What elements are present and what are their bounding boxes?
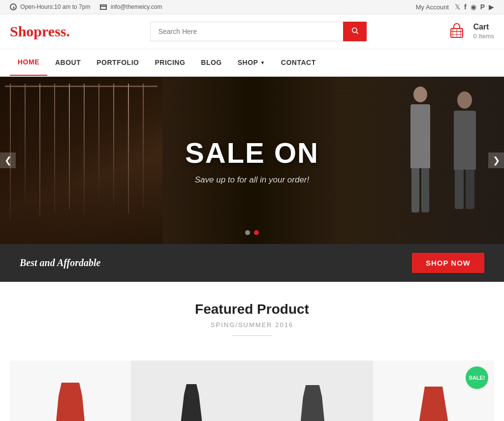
facebook-icon[interactable]: f <box>464 3 467 11</box>
featured-section: Featured Product SPING/SUMMER 2016 <box>0 282 504 361</box>
search-icon <box>351 27 359 34</box>
logo-text: Shopress <box>10 23 66 39</box>
hero-slider: SALE ON Save up to for all in your order… <box>0 77 504 244</box>
dress-shape-3 <box>299 385 326 421</box>
my-account-link[interactable]: My Account <box>416 3 449 11</box>
cart-icon <box>447 22 467 41</box>
hero-subtitle: Save up to for all in your order! <box>185 175 319 185</box>
product-image-2 <box>131 361 252 421</box>
search-bar <box>150 22 367 41</box>
email-icon <box>100 4 107 10</box>
email-info: info@themeicy.com <box>100 3 162 10</box>
logo-dot: . <box>66 23 70 39</box>
product-shape-3 <box>299 385 326 421</box>
product-shape-1 <box>56 383 85 421</box>
social-icons: 𝕏 f ◉ P ▶ <box>455 3 494 11</box>
svg-line-1 <box>356 32 358 33</box>
dress-shape-2 <box>179 384 204 421</box>
hero-dot-1[interactable] <box>245 230 250 235</box>
nav-item-pricing[interactable]: PRICING <box>147 50 193 75</box>
open-hours: Open-Hours:10 am to 7pm <box>10 3 90 11</box>
product-card-2 <box>131 361 252 421</box>
youtube-icon[interactable]: ▶ <box>489 3 494 11</box>
product-card-3 <box>252 361 373 421</box>
sale-badge: SALE! <box>466 366 488 389</box>
cart-count: 0 Items <box>473 32 494 41</box>
product-shape-4 <box>419 387 448 421</box>
featured-divider <box>232 335 272 336</box>
banner-strip: Best and Affordable Shop Now <box>0 244 504 282</box>
hero-next-arrow[interactable]: ❯ <box>488 152 504 168</box>
nav-item-home[interactable]: HOME <box>10 49 47 76</box>
product-shape-2 <box>179 384 204 421</box>
chevron-down-icon: ▼ <box>260 60 265 65</box>
pinterest-icon[interactable]: P <box>480 3 485 11</box>
hero-content: SALE ON Save up to for all in your order… <box>185 136 319 185</box>
banner-text: Best and Affordable <box>20 257 100 269</box>
products-grid: SALE! <box>0 361 504 421</box>
cart-text: Cart 0 Items <box>473 22 494 41</box>
hero-background: SALE ON Save up to for all in your order… <box>0 77 504 244</box>
shop-now-button[interactable]: Shop Now <box>412 253 484 273</box>
hero-prev-arrow[interactable]: ❮ <box>0 152 16 168</box>
cart-area: Cart 0 Items <box>446 21 494 42</box>
hero-title: SALE ON <box>185 136 319 169</box>
top-bar-left: Open-Hours:10 am to 7pm info@themeicy.co… <box>10 3 162 11</box>
svg-point-0 <box>352 28 356 32</box>
dress-shape-1 <box>56 383 85 421</box>
nav-item-portfolio[interactable]: PORTFOLIO <box>89 50 147 75</box>
product-card-4: SALE! <box>373 361 494 421</box>
instagram-icon[interactable]: ◉ <box>471 3 476 11</box>
clock-hand <box>13 6 14 9</box>
clock-icon <box>10 3 17 10</box>
product-image-3 <box>252 361 373 421</box>
nav-item-about[interactable]: ABOUT <box>47 50 89 75</box>
search-button[interactable] <box>343 22 367 41</box>
top-bar: Open-Hours:10 am to 7pm info@themeicy.co… <box>0 0 504 14</box>
dress-shape-4 <box>419 387 448 421</box>
search-input[interactable] <box>150 22 343 41</box>
main-nav: HOME ABOUT PORTFOLIO PRICING BLOG SHOP ▼… <box>0 49 504 77</box>
featured-title: Featured Product <box>10 301 494 317</box>
nav-item-shop[interactable]: SHOP ▼ <box>230 50 273 75</box>
hero-dots <box>245 230 259 235</box>
top-bar-right: My Account 𝕏 f ◉ P ▶ <box>416 3 494 11</box>
header: Shopress. Cart 0 Items <box>0 14 504 49</box>
cart-label: Cart <box>473 22 494 32</box>
nav-item-blog[interactable]: BLOG <box>193 50 229 75</box>
product-image-1 <box>10 361 131 421</box>
sale-badge-label: SALE! <box>469 375 485 381</box>
nav-item-contact[interactable]: CONTACT <box>273 50 324 75</box>
featured-subtitle: SPING/SUMMER 2016 <box>10 321 494 329</box>
logo: Shopress. <box>10 23 70 40</box>
twitter-icon[interactable]: 𝕏 <box>455 3 460 11</box>
cart-icon-wrap <box>446 21 467 42</box>
product-card-1 <box>10 361 131 421</box>
hero-dot-2[interactable] <box>254 230 259 235</box>
